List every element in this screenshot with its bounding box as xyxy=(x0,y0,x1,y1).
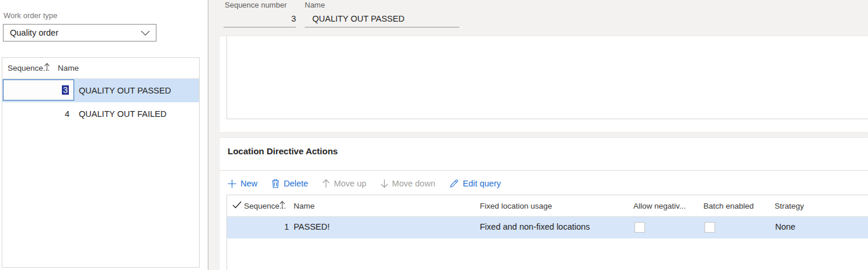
location-directives-screen: { "left_panel": { "work_order_type_label… xyxy=(0,0,868,270)
edit-query-button[interactable]: Edit query xyxy=(449,179,501,188)
move-up-button[interactable]: Move up xyxy=(322,179,367,188)
plus-icon xyxy=(228,179,236,188)
location-directives-list: Sequence... Name 3 QUALITY OUT PASSED 4 … xyxy=(2,57,200,268)
sequence-edit-value: 3 xyxy=(62,85,69,95)
edit-query-button-label: Edit query xyxy=(463,179,501,188)
sequence-field-underline xyxy=(224,27,296,27)
list-row-name: QUALITY OUT FAILED xyxy=(79,102,166,126)
location-directive-actions-section: Location Directive Actions New Delete Mo… xyxy=(219,138,868,270)
move-down-button[interactable]: Move down xyxy=(381,179,435,188)
detail-pane: Sequence number Name 3 QUALITY OUT PASSE… xyxy=(208,0,868,270)
detail-sequence-label: Sequence number xyxy=(225,1,287,9)
chevron-down-icon xyxy=(141,30,150,36)
arrow-up-icon xyxy=(322,179,330,188)
new-button-label: New xyxy=(240,179,257,188)
arrow-down-icon xyxy=(381,179,388,188)
section-title: Location Directive Actions xyxy=(228,146,338,156)
allow-negative-checkbox[interactable] xyxy=(635,222,645,233)
list-col-name[interactable]: Name xyxy=(58,64,79,72)
col-allow-negative[interactable]: Allow negativ... xyxy=(633,202,686,210)
list-row-quality-out-passed[interactable]: 3 QUALITY OUT PASSED xyxy=(2,79,199,102)
sort-arrow-up-icon xyxy=(44,63,50,73)
list-row-quality-out-failed[interactable]: 4 QUALITY OUT FAILED xyxy=(2,102,199,126)
detail-name-value[interactable]: QUALITY OUT PASSED xyxy=(312,14,405,23)
detail-name-label: Name xyxy=(305,1,325,9)
detail-grid-card xyxy=(219,36,868,132)
detail-sequence-value[interactable]: 3 xyxy=(224,14,296,23)
sequence-cell: 4 xyxy=(2,102,74,126)
row-name: PASSED! xyxy=(294,222,330,231)
list-header-row: Sequence... Name xyxy=(2,58,199,79)
row-sequence: 1 xyxy=(244,222,289,231)
list-row-name: QUALITY OUT PASSED xyxy=(79,79,171,102)
name-field-underline xyxy=(305,27,459,27)
actions-grid-row-passed[interactable]: 1 PASSED! Fixed and non-fixed locations … xyxy=(227,217,868,238)
new-button[interactable]: New xyxy=(228,179,257,188)
work-order-type-label: Work order type xyxy=(4,11,57,20)
section-separator xyxy=(219,170,868,171)
batch-enabled-checkbox[interactable] xyxy=(705,222,715,233)
col-batch-enabled[interactable]: Batch enabled xyxy=(703,202,754,210)
col-fixed-location-usage[interactable]: Fixed location usage xyxy=(480,202,552,210)
detail-grid-bottom-border xyxy=(226,119,868,119)
left-pane: Work order type Quality order Sequence..… xyxy=(0,0,208,270)
move-up-button-label: Move up xyxy=(334,179,367,188)
actions-toolbar: New Delete Move up Move down xyxy=(228,174,501,193)
row-fixed-location-usage: Fixed and non-fixed locations xyxy=(480,222,590,231)
move-down-button-label: Move down xyxy=(392,179,435,188)
detail-grid-left-border xyxy=(226,36,227,119)
row-strategy: None xyxy=(775,222,796,231)
select-all-icon[interactable] xyxy=(232,201,242,210)
pencil-icon xyxy=(449,179,459,188)
actions-grid: Sequence... Name Fixed location usage Al… xyxy=(226,195,868,270)
trash-icon xyxy=(271,179,280,188)
sequence-edit-cell[interactable]: 3 xyxy=(3,79,74,101)
actions-grid-header: Sequence... Name Fixed location usage Al… xyxy=(227,195,868,217)
work-order-type-dropdown[interactable]: Quality order xyxy=(3,24,156,41)
col-strategy[interactable]: Strategy xyxy=(775,202,804,210)
delete-button[interactable]: Delete xyxy=(271,179,308,188)
delete-button-label: Delete xyxy=(284,179,308,188)
work-order-type-value: Quality order xyxy=(10,28,58,37)
col-name[interactable]: Name xyxy=(294,202,315,210)
sort-arrow-up-icon xyxy=(279,200,285,211)
